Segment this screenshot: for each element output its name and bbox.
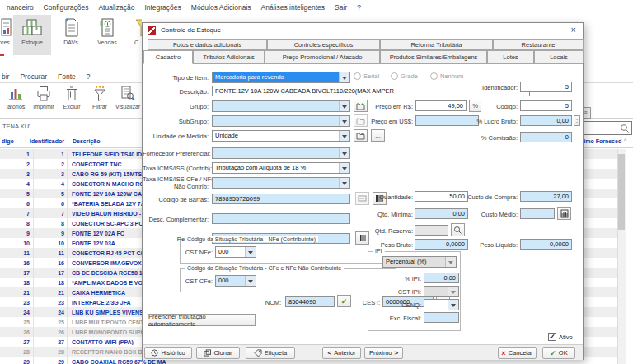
- cancel-x-icon: ×: [501, 349, 505, 357]
- tab-controles-espec-ficos[interactable]: Controles específicos: [267, 39, 380, 50]
- print-button[interactable]: Imprimir: [30, 85, 58, 116]
- clonar-button[interactable]: Clonar: [196, 347, 240, 359]
- filter-button[interactable]: Filtrar: [86, 85, 114, 116]
- menu-item[interactable]: Configurações: [39, 3, 94, 12]
- unit-more-button[interactable]: ...: [371, 129, 385, 142]
- window-menu-item[interactable]: Fonte: [58, 72, 76, 81]
- column-header-identificador[interactable]: Identificador: [30, 138, 64, 144]
- subgrupo-combo[interactable]: [212, 115, 350, 127]
- dialog-title: Controle de Estoque: [161, 26, 221, 34]
- cst-nfe-combo[interactable]: 000: [215, 246, 256, 258]
- menu-item[interactable]: Análises inteligentes: [256, 3, 331, 12]
- dialog-titlebar[interactable]: Controle de Estoque ×: [143, 23, 583, 39]
- search-box[interactable]: [581, 121, 632, 135]
- cell-identificador: 29: [33, 359, 67, 364]
- red-accent-mark: [0, 54, 4, 56]
- comissao-field[interactable]: 0: [520, 132, 572, 142]
- cell-codigo: 3: [0, 171, 33, 177]
- partial-icon: [0, 17, 12, 39]
- cst-cfe-combo[interactable]: 000: [215, 275, 256, 287]
- lucro-bruto-field[interactable]: 0,00: [520, 115, 572, 126]
- desc-complementar-field[interactable]: [212, 213, 350, 224]
- menu-item[interactable]: Integrações: [139, 3, 185, 12]
- taxa-nao-contrib-combo[interactable]: [212, 177, 350, 189]
- ipi-mode-combo[interactable]: Percentual (%): [382, 256, 457, 268]
- cst-nfe-value: 000: [216, 247, 245, 257]
- radio-nenhum[interactable]: Nenhum: [430, 72, 463, 80]
- identificador-field[interactable]: 5: [520, 82, 572, 92]
- ribbon-item-partial-right[interactable]: C: [125, 15, 142, 55]
- calculator-button[interactable]: [557, 207, 571, 220]
- toolbar-label: Excluir: [63, 104, 80, 110]
- delete-button[interactable]: Excluir: [58, 85, 86, 116]
- menu-item[interactable]: Módulos Adicionais: [186, 3, 256, 12]
- custo-medio-field[interactable]: [520, 208, 555, 219]
- tab-fotos-e-dados-adicionais[interactable]: Fotos e dados adicionais: [148, 39, 267, 50]
- unidade-value: Unidade: [213, 131, 339, 141]
- radio-circle-icon: [391, 72, 398, 80]
- cenq-value: [424, 300, 448, 310]
- toolbar-label: latórios: [7, 104, 26, 110]
- tab-lotes[interactable]: Lotes: [487, 50, 534, 63]
- historico-button[interactable]: Histórico: [144, 347, 192, 359]
- lucro-bruto-label: % Lucro Bruto:: [445, 118, 518, 125]
- proximo-button[interactable]: Próximo >: [364, 347, 403, 359]
- column-header-codigo[interactable]: digo: [2, 138, 14, 144]
- menu-item[interactable]: ?: [352, 3, 366, 12]
- tipo-de-item-combo[interactable]: Mercadoria para revenda: [212, 72, 350, 83]
- codigo-barras-field[interactable]: 7898955726099: [212, 194, 350, 204]
- tab-tributos-adicionais[interactable]: Tributos Adicionais: [193, 50, 265, 63]
- tab-produtos-similares-embalagens[interactable]: Produtos Similares/Embalagens: [380, 50, 487, 63]
- ribbon-item-davs[interactable]: DAVs: [54, 15, 87, 55]
- fornecedor-combo[interactable]: [212, 147, 350, 159]
- etiqueta-button[interactable]: Etiqueta: [246, 347, 295, 359]
- scrollbar-thumb[interactable]: [618, 154, 625, 230]
- window-menu-item[interactable]: bir: [2, 72, 9, 81]
- new-unit-button[interactable]: [354, 129, 368, 142]
- column-header-descricao[interactable]: Descrição: [73, 138, 100, 144]
- menu-item[interactable]: nanceiro: [2, 3, 39, 12]
- unidade-combo[interactable]: Unidade: [212, 130, 350, 142]
- ribbon-item-vendas[interactable]: Vendas: [89, 15, 125, 55]
- grid-right-margin: [626, 149, 633, 364]
- tab-restaurante[interactable]: Restaurante: [493, 39, 584, 50]
- ribbon-item-partial[interactable]: ores: [0, 15, 13, 55]
- preencher-tributacao-button[interactable]: Preencher tributação automaticamente: [148, 314, 256, 326]
- menu-item[interactable]: Sair: [330, 3, 352, 12]
- tab-pre-o-promocional-atacado[interactable]: Preço Promocional / Atacado: [265, 50, 380, 63]
- radio-grade[interactable]: Grade: [391, 72, 418, 80]
- reserve-lookup-button[interactable]: [451, 223, 465, 236]
- cell-codigo: 4: [0, 181, 33, 187]
- grupo-combo[interactable]: [212, 100, 350, 112]
- reports-button[interactable]: latórios: [2, 85, 30, 116]
- codigo-field[interactable]: 5: [520, 100, 572, 111]
- ncm-field[interactable]: 85044090: [285, 296, 335, 307]
- menu-item[interactable]: Atualização: [93, 3, 139, 12]
- tab-reforma-tribut-ria[interactable]: Reforma Tributária: [380, 39, 493, 50]
- cell-codigo: 2: [0, 161, 33, 167]
- cell-identificador: 28: [33, 349, 67, 355]
- radio-serial[interactable]: Serial: [354, 72, 379, 80]
- cancelar-button[interactable]: × Cancelar: [498, 347, 537, 359]
- lucro-options-button[interactable]: :: [574, 115, 580, 126]
- window-menu-item[interactable]: ?: [87, 72, 91, 81]
- cenq-combo[interactable]: [424, 299, 459, 310]
- tipo-de-item-label: Tipo de Item:: [143, 74, 209, 82]
- ativo-checkbox[interactable]: ✓ Ativo: [548, 333, 573, 341]
- preview-button[interactable]: Visualizar: [114, 85, 142, 116]
- cst-ipi-combo[interactable]: [424, 286, 459, 297]
- tab-locais[interactable]: Locais: [534, 50, 584, 63]
- anterior-button[interactable]: < Anterior: [322, 347, 361, 359]
- ok-button[interactable]: ✓ OK: [542, 347, 575, 359]
- window-menu-item[interactable]: Procurar: [20, 72, 47, 81]
- ribbon-item-estoque[interactable]: Estoque: [13, 15, 51, 55]
- peso-liquido-field[interactable]: 0,0000: [520, 239, 572, 250]
- column-header-ultimo-fornecedor[interactable]: ltimo Forneced: [580, 138, 621, 144]
- taxa-contrib-combo[interactable]: Tributação com Alíquota de 18 %: [212, 162, 350, 174]
- tipo-de-item-value: Mercadoria para revenda: [213, 72, 339, 82]
- ipi-pct-field[interactable]: 0,00: [424, 273, 459, 283]
- close-icon[interactable]: ×: [571, 25, 576, 35]
- custo-compra-field[interactable]: 27,00: [520, 191, 572, 202]
- tab-cadastro[interactable]: Cadastro: [143, 50, 193, 64]
- exc-fiscal-field[interactable]: [424, 312, 459, 323]
